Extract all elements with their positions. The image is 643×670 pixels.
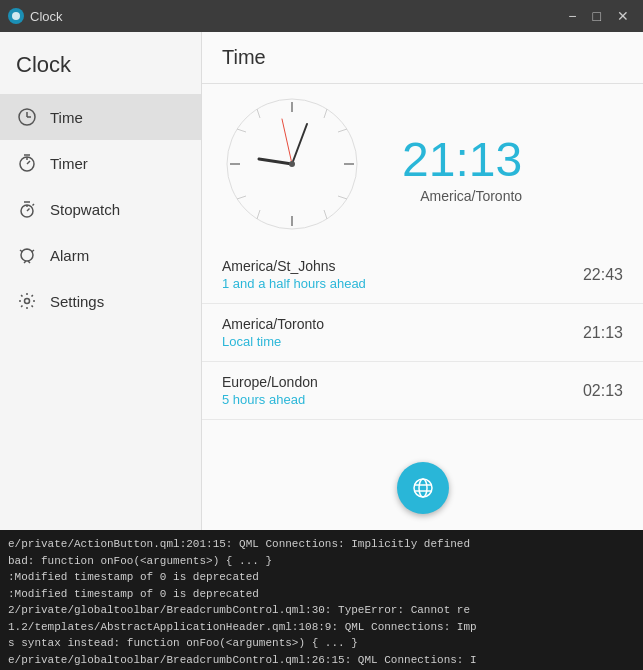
console-area: e/private/ActionButton.qml:201:15: QML C… <box>0 530 643 670</box>
sidebar-stopwatch-label: Stopwatch <box>50 201 120 218</box>
app-title: Clock <box>0 32 201 94</box>
sidebar-item-time[interactable]: Time <box>0 94 201 140</box>
worldclock-name-1: America/Toronto <box>222 316 324 332</box>
sidebar-item-alarm[interactable]: Alarm <box>0 232 201 278</box>
sidebar-item-timer[interactable]: Timer <box>0 140 201 186</box>
sidebar-item-settings[interactable]: Settings <box>0 278 201 324</box>
maximize-button[interactable]: □ <box>587 6 607 26</box>
clock-display: 21:13 America/Toronto <box>202 84 643 246</box>
worldclock-desc-0: 1 and a half hours ahead <box>222 276 366 291</box>
settings-icon <box>16 290 38 312</box>
sidebar-alarm-label: Alarm <box>50 247 89 264</box>
svg-line-26 <box>324 210 327 219</box>
globe-icon <box>411 476 435 500</box>
svg-line-27 <box>257 210 260 219</box>
svg-line-12 <box>33 204 35 206</box>
worldclock-info-2: Europe/London 5 hours ahead <box>222 374 318 407</box>
sidebar-time-label: Time <box>50 109 83 126</box>
window: Clock − □ ✕ Clock Time <box>0 0 643 670</box>
worldclock-desc-2: 5 hours ahead <box>222 392 318 407</box>
svg-point-0 <box>12 12 20 20</box>
svg-line-7 <box>27 161 30 164</box>
console-line-2: :Modified timestamp of 0 is deprecated <box>8 569 635 586</box>
console-line-4: 2/private/globaltoolbar/BreadcrumbContro… <box>8 602 635 619</box>
titlebar-title: Clock <box>30 9 63 24</box>
svg-point-17 <box>25 299 30 304</box>
svg-line-24 <box>338 129 347 132</box>
console-line-0: e/private/ActionButton.qml:201:15: QML C… <box>8 536 635 553</box>
alarm-icon <box>16 244 38 266</box>
svg-line-29 <box>237 129 246 132</box>
sidebar: Clock Time <box>0 32 202 530</box>
add-world-clock-button[interactable] <box>397 462 449 514</box>
console-line-7: e/private/globaltoolbar/BreadcrumbContro… <box>8 652 635 669</box>
svg-line-31 <box>259 159 292 164</box>
titlebar-controls: − □ ✕ <box>562 6 635 26</box>
content-area: Time <box>202 32 643 530</box>
digital-time: 21:13 <box>402 136 522 184</box>
analog-clock <box>222 94 362 238</box>
worldclocks-list: America/St_Johns 1 and a half hours ahea… <box>202 246 643 446</box>
add-button-area <box>202 446 643 530</box>
digital-display: 21:13 America/Toronto <box>402 136 522 204</box>
svg-line-16 <box>28 261 30 263</box>
titlebar-left: Clock <box>8 8 63 24</box>
content-header: Time <box>202 32 643 84</box>
svg-line-15 <box>24 261 26 263</box>
app-icon <box>8 8 24 24</box>
worldclock-name-2: Europe/London <box>222 374 318 390</box>
worldclock-item-2: Europe/London 5 hours ahead 02:13 <box>202 362 643 420</box>
svg-line-28 <box>237 196 246 199</box>
svg-point-36 <box>419 479 427 497</box>
svg-line-23 <box>324 109 327 118</box>
svg-point-35 <box>414 479 432 497</box>
worldclock-item-1: America/Toronto Local time 21:13 <box>202 304 643 362</box>
main-area: Clock Time <box>0 32 643 530</box>
console-line-6: s syntax instead: function onFoo(<argume… <box>8 635 635 652</box>
svg-line-11 <box>27 209 30 212</box>
sidebar-item-stopwatch[interactable]: Stopwatch <box>0 186 201 232</box>
svg-line-13 <box>20 250 23 252</box>
close-button[interactable]: ✕ <box>611 6 635 26</box>
svg-line-14 <box>32 250 35 252</box>
console-line-3: :Modified timestamp of 0 is deprecated <box>8 586 635 603</box>
console-line-5: 1.2/templates/AbstractApplicationHeader.… <box>8 619 635 636</box>
main-timezone: America/Toronto <box>420 188 522 204</box>
sidebar-timer-label: Timer <box>50 155 88 172</box>
svg-line-32 <box>292 124 307 164</box>
worldclock-time-2: 02:13 <box>583 382 623 400</box>
svg-line-25 <box>338 196 347 199</box>
worldclock-time-0: 22:43 <box>583 266 623 284</box>
console-line-1: bad: function onFoo(<arguments>) { ... } <box>8 553 635 570</box>
stopwatch-icon <box>16 198 38 220</box>
worldclock-time-1: 21:13 <box>583 324 623 342</box>
sidebar-settings-label: Settings <box>50 293 104 310</box>
worldclock-item-0: America/St_Johns 1 and a half hours ahea… <box>202 246 643 304</box>
timer-icon <box>16 152 38 174</box>
svg-line-30 <box>257 109 260 118</box>
minimize-button[interactable]: − <box>562 6 582 26</box>
titlebar: Clock − □ ✕ <box>0 0 643 32</box>
svg-point-34 <box>289 161 295 167</box>
worldclock-desc-1: Local time <box>222 334 324 349</box>
worldclock-info-0: America/St_Johns 1 and a half hours ahea… <box>222 258 366 291</box>
worldclock-name-0: America/St_Johns <box>222 258 366 274</box>
clock-icon <box>16 106 38 128</box>
svg-line-33 <box>282 119 292 164</box>
worldclock-info-1: America/Toronto Local time <box>222 316 324 349</box>
